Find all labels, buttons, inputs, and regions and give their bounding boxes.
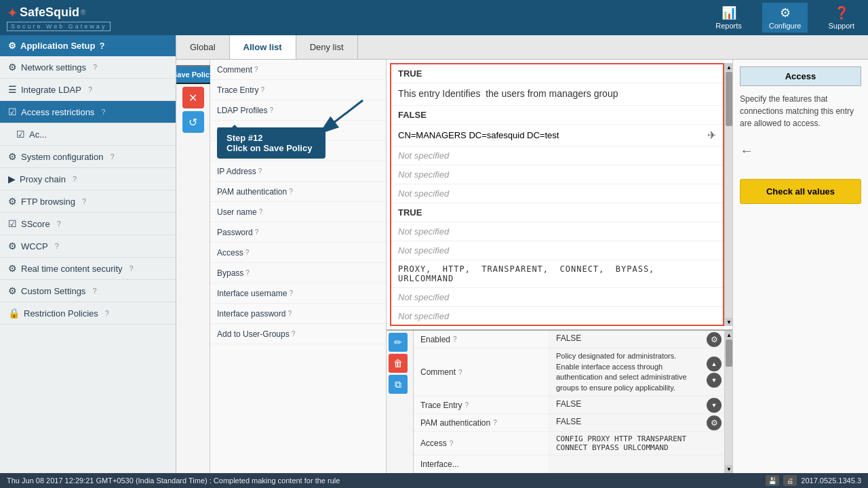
password-help[interactable]: ? [255, 228, 259, 236]
tab-global[interactable]: Global [176, 35, 230, 59]
ftp-icon: ⚙ [8, 196, 17, 207]
nav-reports[interactable]: 📊 Reports [709, 3, 749, 33]
edit-button[interactable]: ✏ [389, 333, 408, 352]
ldap-profiles-help[interactable]: ? [269, 106, 273, 114]
system-config-help-icon[interactable]: ? [110, 152, 114, 161]
delete-second-button[interactable]: 🗑 [389, 354, 408, 373]
sidebar-item-ac[interactable]: ☑ Ac... [0, 123, 176, 146]
wccp-help-icon[interactable]: ? [55, 242, 59, 250]
scroll-up-arrow[interactable]: ▲ [725, 63, 732, 71]
sp-enabled-help[interactable]: ? [453, 336, 457, 343]
sidebar-item-network-settings[interactable]: ⚙ Network settings ? [0, 56, 176, 79]
sp-trace-ctrl: ▼ [704, 396, 724, 413]
scroll-thumb[interactable] [726, 72, 732, 126]
sidebar-item-access-restrictions[interactable]: ☑ Access restrictions ? [0, 101, 176, 123]
sp-trace-entry-help[interactable]: ? [465, 401, 469, 409]
sidebar-item-wccp[interactable]: ⚙ WCCP ? [0, 235, 176, 258]
integrate-ldap-help-icon[interactable]: ? [88, 85, 92, 94]
pam-auth-label: PAM authentication ? [217, 187, 293, 197]
sp-interface-sub-ctrl [704, 455, 724, 472]
sp-access-help[interactable]: ? [450, 440, 454, 447]
access-restrictions-help-icon[interactable]: ? [101, 108, 105, 116]
form-row-interface-password: Interface password ? [210, 304, 386, 324]
sidebar-item-custom-settings[interactable]: ⚙ Custom Settings ? [0, 280, 176, 302]
ftp-help-icon[interactable]: ? [82, 197, 86, 205]
sidebar-item-sscore[interactable]: ☑ SScore ? [0, 213, 176, 235]
sidebar-item-integrate-ldap[interactable]: ☰ Integrate LDAP ? [0, 79, 176, 101]
add-to-user-groups-help[interactable]: ? [292, 330, 296, 338]
user-name-help[interactable]: ? [259, 208, 263, 216]
pam-ctrl-icon[interactable]: ⚙ [707, 415, 722, 430]
system-config-icon: ⚙ [8, 151, 17, 162]
form-row-comment: Comment ? [210, 60, 386, 80]
tab-deny-list[interactable]: Deny list [296, 35, 358, 59]
sidebar-item-restriction-policies[interactable]: 🔒 Restriction Policies ? [0, 302, 176, 325]
print-icon[interactable]: 🖨 [783, 475, 797, 486]
sp-comment-value: Policy designated for administrators. En… [549, 348, 704, 396]
comment-help[interactable]: ? [254, 66, 258, 73]
scroll-down-ctrl[interactable]: ▼ [707, 373, 722, 388]
sidebar-item-proxy-chain[interactable]: ▶ Proxy chain ? [0, 168, 176, 190]
refresh-button[interactable]: ↺ [182, 111, 204, 133]
sidebar-section-header: ⚙ Application Setup ? [0, 35, 176, 56]
delete-button[interactable]: ✕ [182, 87, 204, 108]
ac-icon: ☑ [16, 129, 25, 140]
proxy-chain-help-icon[interactable]: ? [73, 175, 77, 183]
ip-address-label: IP Address ? [217, 167, 262, 176]
sp-pam-ctrl: ⚙ [704, 414, 724, 431]
ip-address-help[interactable]: ? [258, 167, 262, 175]
interface-username-help[interactable]: ? [289, 289, 293, 297]
send-icon[interactable]: ✈ [707, 129, 716, 142]
sidebar: ⚙ Application Setup ? ⚙ Network settings… [0, 35, 176, 473]
entry-panel[interactable]: TRUE This entry Identifies the users fro… [390, 63, 724, 326]
trace-ctrl-icon[interactable]: ▼ [707, 398, 722, 413]
access-help[interactable]: ? [245, 249, 250, 256]
access-label: Access ? [217, 248, 249, 258]
rtcs-help-icon[interactable]: ? [130, 264, 134, 272]
entry-panel-scrollbar[interactable]: ▲ ▼ [724, 63, 732, 326]
entry-row-12: Not specified [391, 307, 723, 326]
scroll-down-arrow[interactable]: ▼ [725, 318, 732, 326]
pam-auth-help[interactable]: ? [289, 188, 293, 195]
check-all-values-button[interactable]: Check all values [740, 179, 861, 204]
sidebar-item-label: Network settings [21, 62, 86, 73]
section-help-icon[interactable]: ? [100, 41, 105, 51]
save-icon[interactable]: 💾 [766, 475, 779, 486]
delete-icon: 🗑 [393, 358, 403, 369]
interface-password-help[interactable]: ? [288, 310, 292, 317]
scroll-down-arrow-2[interactable]: ▼ [725, 465, 732, 473]
enabled-ctrl-icon[interactable]: ⚙ [707, 332, 722, 347]
sp-comment-help[interactable]: ? [458, 369, 462, 376]
sp-pam-help[interactable]: ? [493, 419, 497, 426]
scroll-up-arrow-2[interactable]: ▲ [725, 331, 732, 339]
entry-row-2: FALSE [391, 106, 723, 125]
trace-entry-help[interactable]: ? [261, 86, 265, 94]
sp-access-ctrl [704, 432, 724, 455]
action-column: Save Policy ✕ ↺ [176, 60, 210, 473]
copy-button[interactable]: ⧉ [389, 375, 408, 394]
network-settings-help-icon[interactable]: ? [93, 63, 97, 71]
entry-row-7: TRUE [391, 203, 723, 222]
reports-label: Reports [715, 22, 742, 30]
status-right: 💾 🖨 2017.0525.1345.3 [766, 475, 861, 486]
sidebar-item-label: Ac... [29, 129, 47, 140]
custom-settings-help-icon[interactable]: ? [92, 287, 96, 295]
scroll-thumb-2[interactable] [726, 340, 732, 367]
right-panel: Access Specify the features that connect… [732, 60, 868, 473]
user-name-label: User name ? [217, 207, 262, 217]
header-nav: 📊 Reports ⚙ Configure ❓ Support [709, 3, 861, 33]
sscore-help-icon[interactable]: ? [57, 220, 61, 228]
scroll-up-ctrl[interactable]: ▲ [707, 357, 722, 371]
sidebar-item-system-configuration[interactable]: ⚙ System configuration ? [0, 146, 176, 168]
bypass-help[interactable]: ? [245, 269, 250, 277]
sidebar-item-ftp-browsing[interactable]: ⚙ FTP browsing ? [0, 190, 176, 213]
nav-configure[interactable]: ⚙ Configure [762, 3, 808, 33]
second-panel-scrollbar[interactable]: ▲ ▼ [724, 331, 732, 473]
sidebar-item-real-time-content-security[interactable]: ⚙ Real time content security ? [0, 258, 176, 280]
form-row-pam-auth: PAM authentication ? [210, 182, 386, 202]
restriction-policies-help-icon[interactable]: ? [105, 309, 109, 317]
sp-enabled-ctrl: ⚙ [704, 331, 724, 348]
tab-allow-list[interactable]: Allow list [230, 35, 296, 59]
rtcs-icon: ⚙ [8, 263, 17, 274]
nav-support[interactable]: ❓ Support [821, 3, 861, 33]
